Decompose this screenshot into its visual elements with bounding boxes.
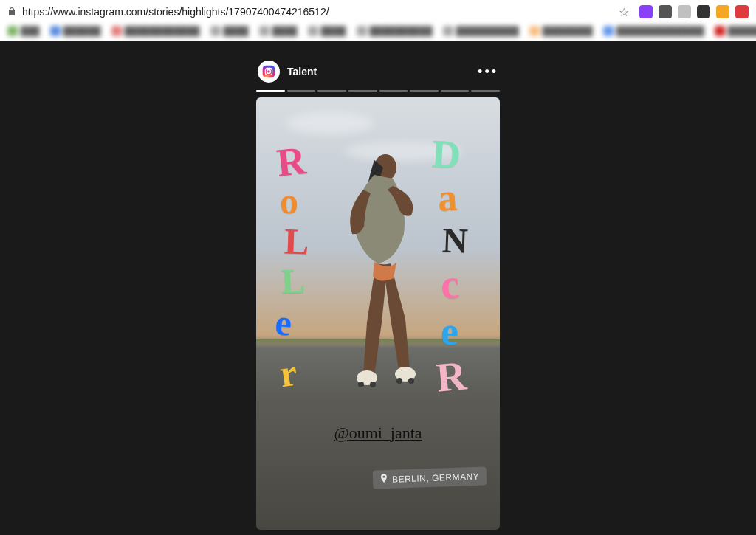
decorative-letter: o — [280, 182, 298, 219]
decorative-letter: L — [281, 263, 306, 299]
progress-segment[interactable] — [471, 90, 500, 92]
extensions-tray — [639, 5, 749, 18]
decorative-letter: e — [274, 303, 293, 342]
bookmark-item[interactable]: ██████ — [50, 26, 101, 36]
bookmark-item[interactable]: ████ — [259, 26, 298, 36]
progress-segment[interactable] — [348, 90, 377, 92]
more-button[interactable]: ••• — [478, 65, 498, 78]
bookmark-item[interactable]: ██████████ — [715, 26, 756, 36]
bookmark-item[interactable]: ██████████ — [357, 26, 433, 36]
story-header: Talent ••• — [256, 56, 500, 90]
svg-point-3 — [271, 69, 272, 70]
extension-icon[interactable] — [678, 5, 691, 18]
svg-rect-0 — [263, 66, 275, 78]
story-viewer: Talent ••• — [0, 41, 756, 535]
decorative-letter: e — [440, 311, 459, 352]
location-text: BERLIN, GERMANY — [392, 471, 480, 484]
svg-point-10 — [408, 378, 414, 384]
bookmarks-bar: ███ ██████ ████████████ ████ ████ ████ █… — [0, 22, 756, 40]
star-icon[interactable]: ☆ — [614, 5, 633, 19]
decorative-letter: L — [284, 222, 309, 260]
decorative-letter: a — [437, 178, 458, 217]
bookmark-item[interactable]: ████████████ — [111, 26, 200, 36]
story-title[interactable]: Talent — [287, 66, 317, 77]
bookmark-item[interactable]: ████████ — [529, 26, 593, 36]
decorative-letter: D — [431, 134, 462, 175]
decorative-letter: c — [439, 263, 461, 306]
bookmark-item[interactable]: ████ — [308, 26, 346, 36]
decorative-letter: N — [441, 222, 468, 258]
lock-icon — [7, 7, 16, 18]
story-media[interactable]: RoLLerDaNceR @oumi_janta BERLIN, GERMANY… — [256, 97, 500, 530]
svg-point-9 — [396, 378, 402, 384]
pin-icon — [380, 474, 388, 485]
person-silhouette — [323, 153, 433, 389]
progress-segment[interactable] — [379, 90, 408, 92]
mention-handle[interactable]: @oumi_janta — [334, 424, 422, 443]
avatar[interactable] — [258, 61, 280, 83]
svg-point-8 — [370, 382, 376, 387]
browser-chrome: https://www.instagram.com/stories/highli… — [0, 0, 756, 41]
bookmark-item[interactable]: ██████████ — [443, 26, 519, 36]
extension-icon[interactable] — [697, 5, 710, 18]
extension-icon[interactable] — [659, 5, 672, 18]
extension-icon[interactable] — [716, 5, 729, 18]
progress-segment[interactable] — [287, 90, 316, 92]
svg-point-7 — [358, 382, 364, 387]
progress-segment[interactable] — [317, 90, 346, 92]
instagram-icon — [261, 64, 276, 79]
decorative-letter: r — [277, 353, 299, 394]
bookmark-item[interactable]: ████ — [210, 26, 249, 36]
decorative-letter: R — [435, 354, 468, 398]
progress-bar — [256, 90, 500, 92]
decorative-letter: R — [275, 140, 307, 183]
url-text: https://www.instagram.com/stories/highli… — [22, 6, 608, 18]
progress-segment[interactable] — [441, 90, 470, 92]
extension-icon[interactable] — [639, 5, 653, 18]
progress-segment[interactable] — [256, 90, 285, 92]
bookmark-item[interactable]: ██████████████ — [603, 26, 704, 36]
progress-segment[interactable] — [410, 90, 439, 92]
location-sticker[interactable]: BERLIN, GERMANY — [372, 466, 487, 489]
address-bar[interactable]: https://www.instagram.com/stories/highli… — [0, 0, 756, 22]
extension-icon[interactable] — [735, 5, 749, 18]
story-container: Talent ••• — [256, 56, 500, 530]
bookmark-item[interactable]: ███ — [7, 26, 40, 36]
